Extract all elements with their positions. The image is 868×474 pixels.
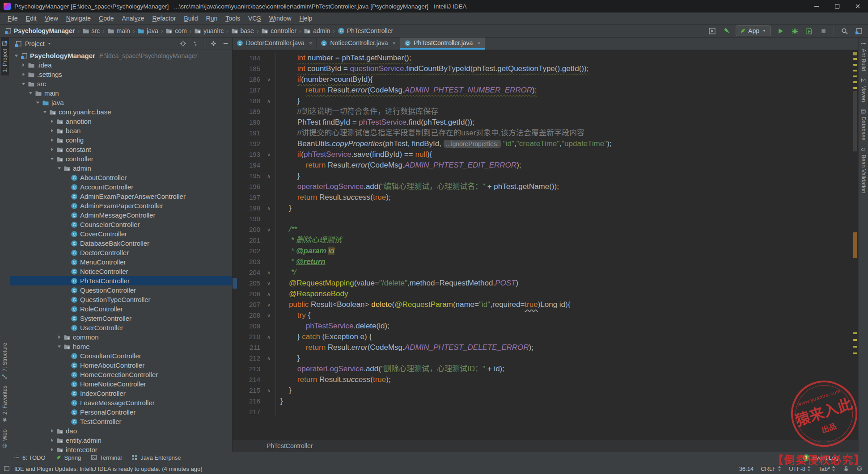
code-line[interactable]: 207∨ public Result<Boolean> delete(@Requ… (233, 299, 858, 310)
stripe-mark[interactable] (853, 332, 857, 334)
line-number[interactable]: 187 (233, 85, 262, 96)
line-number[interactable]: 198 (233, 203, 262, 214)
breadcrumb-item-phtestcontroller[interactable]: CPhTestController (338, 27, 394, 34)
encoding-widget[interactable]: UTF-8 (789, 466, 811, 472)
line-number[interactable]: 196 (233, 181, 262, 192)
fold-marker-icon[interactable] (262, 374, 275, 385)
tree-chevron-icon[interactable] (56, 165, 63, 172)
panel-settings-button[interactable] (209, 40, 217, 48)
tree-item-doctorcontroller[interactable]: CDoctorController (10, 248, 232, 257)
tree-item-com-yuanlrc-base[interactable]: com.yuanlrc.base (10, 107, 232, 117)
code-line[interactable]: 191 //讲提交的心理测试信息指定字段复制到已存在的user对象中,该方法会覆… (233, 128, 858, 138)
tree-chevron-icon[interactable] (49, 428, 55, 434)
code-line[interactable]: 195∧ } (233, 171, 858, 181)
fold-marker-icon[interactable]: ∨ (262, 278, 275, 289)
fold-marker-icon[interactable] (262, 364, 275, 374)
tree-item-leavemessagecontroller[interactable]: CLeaveMessageController (10, 398, 232, 407)
tree-chevron-icon[interactable] (63, 174, 70, 181)
fold-marker-icon[interactable]: ∧ (262, 267, 275, 278)
tree-item-src[interactable]: src (10, 79, 232, 88)
fold-marker-icon[interactable]: ∨ (262, 299, 275, 310)
fold-marker-icon[interactable] (262, 117, 275, 128)
stripe-mark[interactable] (853, 81, 857, 83)
code-line[interactable]: 187 return Result.error(CodeMsg.ADMIN_PH… (233, 85, 858, 96)
error-stripe[interactable] (852, 50, 858, 440)
line-number[interactable]: 186 (233, 74, 262, 85)
tree-item-menucontroller[interactable]: CMenuController (10, 257, 232, 267)
breadcrumb-item-com[interactable]: com (165, 27, 186, 34)
menu-file[interactable]: File (4, 13, 22, 23)
fold-marker-icon[interactable] (262, 181, 275, 192)
code-line[interactable]: 201 * 删除心理测试 (233, 235, 858, 246)
sidebar-tab-web[interactable]: Web (1, 426, 9, 452)
fold-marker-icon[interactable]: ∨ (262, 149, 275, 160)
status-message[interactable]: IDE and Plugin Updates: IntelliJ IDEA is… (14, 466, 739, 472)
fold-marker-icon[interactable] (262, 138, 275, 149)
line-number[interactable]: 189 (233, 106, 262, 117)
code-lines[interactable]: 184 int number = phTest.getNumber();185 … (233, 50, 858, 440)
tree-item-entity-admin[interactable]: entity.admin (10, 436, 232, 445)
tree-chevron-icon[interactable] (20, 71, 27, 78)
tree-chevron-icon[interactable] (63, 306, 70, 312)
tree-chevron-icon[interactable] (34, 99, 41, 106)
code-line[interactable]: 194 return Result.error(CodeMsg.ADMIN_PH… (233, 160, 858, 171)
tree-chevron-icon[interactable] (27, 90, 34, 96)
breadcrumb-item-src[interactable]: src (82, 27, 100, 34)
code-line[interactable]: 186∨ if(number>countById){ (233, 74, 858, 85)
fold-marker-icon[interactable] (262, 407, 275, 417)
lock-icon[interactable] (843, 466, 849, 472)
tree-item-aboutcontroller[interactable]: CAboutController (10, 173, 232, 182)
code-line[interactable]: 211 return Result.error(CodeMsg.ADMIN_PH… (233, 342, 858, 353)
fold-marker-icon[interactable] (262, 342, 275, 353)
tree-item-common[interactable]: common (10, 332, 232, 342)
tree-chevron-icon[interactable] (63, 212, 70, 218)
stripe-mark[interactable] (853, 70, 857, 71)
line-number[interactable]: 214 (233, 374, 262, 385)
line-number[interactable]: 197 (233, 192, 262, 203)
code-line[interactable]: 206∧ @ResponseBody (233, 289, 858, 299)
run-button[interactable] (775, 26, 785, 36)
editor-breadcrumb-item[interactable]: PhTestController (267, 442, 313, 449)
line-number[interactable]: 216 (233, 396, 262, 407)
fold-marker-icon[interactable] (262, 160, 275, 171)
tree-chevron-icon[interactable] (63, 381, 70, 387)
line-number[interactable]: 204 (233, 267, 262, 278)
tree-chevron-icon[interactable] (63, 240, 70, 247)
tree-chevron-icon[interactable] (42, 109, 48, 115)
line-number[interactable]: 207 (233, 299, 262, 310)
run-with-coverage-button[interactable] (804, 26, 814, 36)
tree-chevron-icon[interactable] (63, 371, 70, 378)
stripe-mark[interactable] (853, 352, 857, 354)
tab-close-icon[interactable]: × (309, 40, 313, 46)
stop-button[interactable] (818, 26, 828, 36)
sidebar-tab-ant-build[interactable]: Ant Build (860, 38, 868, 74)
hide-panel-button[interactable] (221, 40, 229, 48)
stripe-mark[interactable] (853, 339, 857, 341)
line-number[interactable]: 199 (233, 214, 262, 224)
tree-chevron-icon[interactable] (63, 259, 70, 265)
line-number[interactable]: 195 (233, 171, 262, 181)
fold-marker-icon[interactable]: ∧ (262, 331, 275, 342)
tree-chevron-icon[interactable] (49, 137, 55, 143)
tree-item-rolecontroller[interactable]: CRoleController (10, 304, 232, 314)
tree-item-usercontroller[interactable]: CUserController (10, 323, 232, 332)
stripe-mark[interactable] (853, 64, 857, 66)
tree-item-psychologymanager[interactable]: PsychologyManagerE:\idea_space\Psycholog… (10, 51, 232, 60)
tree-item-adminexampapercontroller[interactable]: CAdminExamPaperController (10, 201, 232, 210)
breadcrumb-item-main[interactable]: main (107, 27, 130, 34)
expand-collapse-button[interactable] (191, 40, 199, 48)
tree-item-adminexampaperanswercontroller[interactable]: CAdminExamPaperAnswerController (10, 192, 232, 201)
breadcrumb-item-psychologymanager[interactable]: PsychologyManager (4, 27, 75, 34)
menu-window[interactable]: Window (265, 13, 296, 23)
tab-phtestcontroller-java[interactable]: CPhTestController.java× (400, 38, 485, 50)
tab-noticecontroller-java[interactable]: CNoticeController.java× (317, 38, 400, 50)
tree-chevron-icon[interactable] (56, 334, 63, 340)
ide-status-icon[interactable] (856, 466, 863, 472)
fold-marker-icon[interactable]: ∧ (262, 289, 275, 299)
tree-chevron-icon[interactable] (63, 409, 70, 415)
tree-item-systemcontroller[interactable]: CSystemController (10, 314, 232, 323)
project-structure-button[interactable] (854, 26, 864, 36)
debug-button[interactable] (790, 26, 800, 36)
breadcrumb-item-java[interactable]: java (137, 27, 158, 34)
locate-file-button[interactable] (179, 40, 187, 48)
